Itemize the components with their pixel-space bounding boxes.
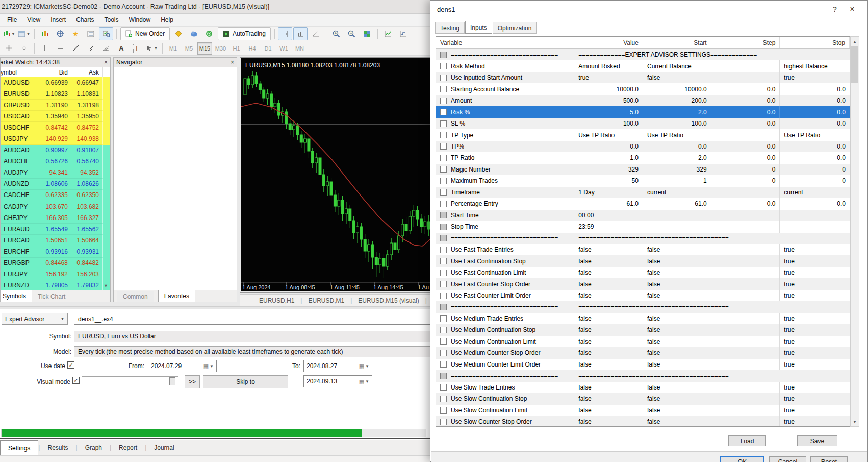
input-row[interactable]: Maximum Trades50100 bbox=[436, 175, 850, 186]
optimize-checkbox[interactable] bbox=[440, 258, 447, 264]
start-cell[interactable]: 200.0 bbox=[643, 95, 711, 106]
stop-cell[interactable]: true bbox=[780, 244, 850, 255]
value-cell[interactable]: false bbox=[574, 324, 643, 335]
tester-tab-journal[interactable]: Journal bbox=[146, 440, 182, 455]
input-row[interactable]: Use Slow Continuation Limitfalsefalsetru… bbox=[436, 405, 850, 416]
start-cell[interactable]: 1 bbox=[643, 175, 711, 186]
menu-item-view[interactable]: View bbox=[22, 15, 45, 25]
value-cell[interactable]: 1 Day bbox=[574, 187, 643, 198]
input-row[interactable]: Start Time00:00 bbox=[436, 210, 850, 221]
stop-cell[interactable]: true bbox=[780, 347, 850, 358]
start-cell[interactable]: false bbox=[643, 313, 711, 324]
scroll-down-icon[interactable]: ▼ bbox=[851, 418, 859, 426]
market-watch-row[interactable]: CHFJPY166.305166.327 bbox=[1, 212, 110, 224]
input-row[interactable]: Use inputted Start Amounttruefalsetrue bbox=[436, 72, 850, 83]
vertical-line-tool[interactable] bbox=[38, 42, 52, 55]
timeframe-h4[interactable]: H4 bbox=[245, 42, 260, 55]
profiles-button[interactable]: ▼ bbox=[17, 27, 31, 40]
horizontal-line-tool[interactable] bbox=[53, 42, 67, 55]
optimize-checkbox[interactable] bbox=[440, 201, 447, 207]
value-cell[interactable]: false bbox=[574, 244, 643, 255]
start-cell[interactable]: Current Balance bbox=[643, 60, 711, 71]
value-cell[interactable]: false bbox=[574, 359, 643, 370]
input-row[interactable]: Amount500.0200.00.00.0 bbox=[436, 95, 850, 106]
stop-cell[interactable]: true bbox=[780, 290, 850, 301]
help-button[interactable]: ? bbox=[826, 2, 844, 17]
optimize-checkbox[interactable] bbox=[440, 373, 447, 379]
market-watch-row[interactable]: CADCHF0.623350.62350 bbox=[1, 190, 110, 201]
mw-column-ask[interactable]: Ask bbox=[71, 67, 103, 78]
optimize-checkbox[interactable] bbox=[440, 132, 447, 138]
start-cell[interactable]: false bbox=[643, 382, 711, 393]
slider-thumb[interactable] bbox=[169, 377, 175, 385]
chart-tab-2[interactable]: EURUSD,M1 bbox=[302, 297, 350, 304]
step-cell[interactable] bbox=[711, 405, 780, 416]
timeframe-mn[interactable]: MN bbox=[292, 42, 307, 55]
label-tool[interactable]: T bbox=[130, 42, 144, 55]
value-cell[interactable]: false bbox=[574, 267, 643, 278]
value-cell[interactable]: 5.0 bbox=[574, 106, 643, 117]
autotrading-button[interactable]: AutoTrading bbox=[218, 27, 271, 40]
optimize-checkbox[interactable] bbox=[440, 315, 447, 322]
mw-column-bid[interactable]: Bid bbox=[37, 67, 71, 78]
value-cell[interactable]: true bbox=[574, 72, 643, 83]
step-cell[interactable] bbox=[711, 359, 780, 370]
visual-mode-checkbox[interactable]: ✓ bbox=[72, 377, 80, 384]
market-watch-row[interactable]: AUDCAD0.909970.91007 bbox=[1, 145, 110, 156]
market-watch-row[interactable]: USDCAD1.359401.35950 bbox=[1, 111, 110, 122]
ok-button[interactable]: OK bbox=[720, 456, 764, 462]
value-cell[interactable]: Amount Risked bbox=[574, 60, 643, 71]
inputs-column-stop[interactable]: Stop bbox=[780, 37, 850, 48]
value-cell[interactable]: 23:59 bbox=[574, 221, 643, 232]
start-cell[interactable]: false bbox=[643, 72, 711, 83]
input-row[interactable]: Use Medium Continuation Stopfalsefalsetr… bbox=[436, 324, 850, 335]
start-cell[interactable]: 61.0 bbox=[643, 198, 711, 209]
stop-cell[interactable]: true bbox=[780, 336, 850, 347]
inputs-table-scrollbar[interactable]: ▲ ▼ bbox=[850, 36, 859, 427]
optimize-checkbox[interactable] bbox=[440, 178, 447, 184]
optimize-checkbox[interactable] bbox=[440, 155, 447, 161]
step-cell[interactable]: 0.0 bbox=[711, 152, 780, 163]
menu-item-tools[interactable]: Tools bbox=[99, 15, 124, 25]
market-watch-row[interactable]: AUDJPY94.34194.352 bbox=[1, 167, 110, 179]
chart-tab-1[interactable]: EURUSD,H1 bbox=[253, 297, 300, 304]
optimize-checkbox[interactable] bbox=[440, 361, 447, 368]
start-cell[interactable]: false bbox=[643, 336, 711, 347]
step-cell[interactable] bbox=[711, 313, 780, 324]
stop-cell[interactable]: 0.0 bbox=[780, 198, 850, 209]
start-cell[interactable]: false bbox=[643, 416, 711, 427]
stop-cell[interactable]: 0.0 bbox=[780, 106, 850, 117]
arrows-tool[interactable]: ▼ bbox=[145, 42, 159, 55]
start-cell[interactable] bbox=[643, 221, 711, 232]
step-cell[interactable]: 0.0 bbox=[711, 141, 780, 152]
market-watch-row[interactable]: EURJPY156.192156.203 bbox=[1, 269, 110, 280]
periods-button[interactable] bbox=[396, 27, 411, 40]
optimize-checkbox[interactable] bbox=[440, 407, 447, 414]
step-cell[interactable] bbox=[711, 72, 780, 83]
optimize-checkbox[interactable] bbox=[440, 75, 447, 81]
step-cell[interactable]: 0.0 bbox=[711, 95, 780, 106]
stop-cell[interactable]: true bbox=[780, 278, 850, 289]
step-cell[interactable] bbox=[711, 290, 780, 301]
start-cell[interactable]: false bbox=[643, 347, 711, 358]
dialog-tab-testing[interactable]: Testing bbox=[435, 22, 465, 34]
stop-cell[interactable]: true bbox=[780, 313, 850, 324]
input-row[interactable]: Use Fast Trade Entriesfalsefalsetrue bbox=[436, 244, 850, 255]
input-row[interactable]: Use Fast Continuation Stopfalsefalsetrue bbox=[436, 255, 850, 266]
menu-item-window[interactable]: Window bbox=[124, 15, 156, 25]
start-cell[interactable]: false bbox=[643, 290, 711, 301]
step-cell[interactable]: 0 bbox=[711, 164, 780, 175]
stop-cell[interactable]: true bbox=[780, 382, 850, 393]
input-row[interactable]: Stop Time23:59 bbox=[436, 221, 850, 232]
value-cell[interactable]: 0.0 bbox=[574, 141, 643, 152]
optimize-checkbox[interactable] bbox=[440, 166, 447, 173]
step-cell[interactable]: 0.0 bbox=[711, 198, 780, 209]
optimize-checkbox[interactable] bbox=[440, 86, 447, 92]
from-date-field[interactable]: 2024.07.29 ▦ ▼ bbox=[148, 360, 217, 372]
input-row[interactable]: SL %100.0100.00.00.0 bbox=[436, 118, 850, 129]
value-cell[interactable]: false bbox=[574, 278, 643, 289]
text-tool[interactable]: A bbox=[114, 42, 129, 55]
cancel-button[interactable]: Cancel bbox=[769, 456, 806, 462]
optimize-checkbox[interactable] bbox=[440, 304, 447, 310]
timeframe-m5[interactable]: M5 bbox=[182, 42, 196, 55]
